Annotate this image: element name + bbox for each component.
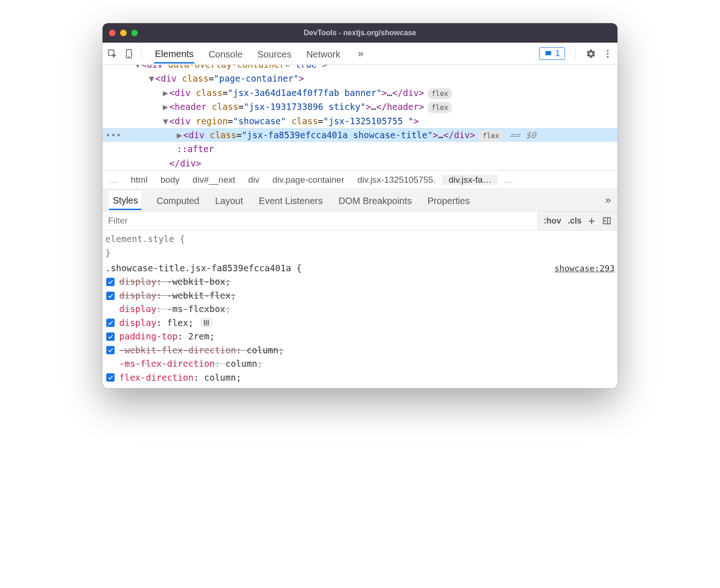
flexbox-editor-icon[interactable]: [201, 319, 212, 327]
property-toggle-checkbox[interactable]: [106, 319, 115, 327]
devtools-window: DevTools - nextjs.org/showcase Elements …: [103, 23, 617, 388]
property-toggle-checkbox[interactable]: [106, 346, 115, 354]
panel-tabs: Elements Console Sources Network »: [154, 44, 364, 64]
dom-breadcrumbs: … html body div#__next div div.page-cont…: [103, 170, 617, 189]
styles-filter-bar: :hov .cls +: [103, 211, 617, 230]
styles-panel-tabs: Styles Computed Layout Event Listeners D…: [103, 189, 617, 211]
tab-console[interactable]: Console: [207, 45, 243, 63]
rule-source-link[interactable]: showcase:293: [554, 262, 615, 275]
styles-pane[interactable]: element.style { } .showcase-title.jsx-fa…: [103, 230, 617, 388]
tab-elements[interactable]: Elements: [154, 44, 194, 64]
stab-styles[interactable]: Styles: [109, 191, 141, 210]
css-declaration[interactable]: display: -webkit-flex;: [119, 289, 236, 302]
flex-badge[interactable]: flex: [428, 88, 452, 99]
dom-line[interactable]: ▶<header class="jsx-1931733896 sticky">……: [103, 100, 617, 114]
property-toggle-checkbox[interactable]: [106, 332, 115, 341]
crumb-more-left[interactable]: …: [103, 175, 124, 185]
console-reference: == $0: [509, 130, 536, 140]
svg-point-5: [607, 56, 609, 58]
css-property-row[interactable]: display: -ms-flexbox;: [105, 302, 615, 316]
css-property-row[interactable]: display: flex;: [105, 316, 615, 330]
svg-rect-10: [208, 320, 209, 326]
dom-line[interactable]: ▼<div data-overlay-container="true">: [103, 65, 617, 71]
main-toolbar: Elements Console Sources Network » 1: [103, 43, 617, 65]
css-property-row[interactable]: display: -webkit-flex;: [105, 289, 615, 302]
ellipsis-icon[interactable]: •••: [105, 128, 121, 142]
css-property-row[interactable]: padding-top: 2rem;: [105, 330, 615, 343]
dom-line[interactable]: ::after: [103, 142, 617, 156]
flex-badge[interactable]: flex: [428, 102, 452, 113]
settings-gear-icon[interactable]: [586, 49, 596, 59]
stab-layout[interactable]: Layout: [214, 191, 244, 209]
dom-line[interactable]: ▼<div class="page-container">: [103, 71, 617, 85]
dom-line[interactable]: </div>: [103, 156, 617, 170]
titlebar: DevTools - nextjs.org/showcase: [103, 23, 617, 43]
flex-badge[interactable]: flex: [479, 130, 503, 141]
stab-properties[interactable]: Properties: [427, 191, 471, 209]
styles-filter-input[interactable]: [103, 211, 538, 230]
cls-toggle[interactable]: .cls: [568, 216, 582, 226]
css-property-row[interactable]: -webkit-flex-direction: column;: [105, 344, 615, 357]
stab-computed[interactable]: Computed: [155, 191, 200, 209]
tab-network[interactable]: Network: [305, 45, 341, 63]
element-style-header[interactable]: element.style {: [105, 232, 615, 246]
crumb[interactable]: html: [124, 175, 154, 185]
hov-toggle[interactable]: :hov: [544, 216, 561, 226]
dom-line[interactable]: ▶<div class="jsx-3a64d1ae4f0f7fab banner…: [103, 86, 617, 100]
css-declaration[interactable]: display: -ms-flexbox;: [119, 302, 231, 316]
crumb-selected[interactable]: div.jsx-fa…: [442, 175, 498, 185]
css-property-row[interactable]: -ms-flex-direction: column;: [105, 357, 615, 371]
dom-line-selected[interactable]: ••• ▶<div class="jsx-fa8539efcca401a sho…: [103, 128, 617, 142]
css-property-row[interactable]: flex-direction: column;: [105, 371, 615, 384]
dom-line[interactable]: ▼<div region="showcase" class="jsx-13251…: [103, 114, 617, 128]
crumb[interactable]: div: [242, 175, 266, 185]
new-style-rule-button[interactable]: +: [588, 214, 595, 228]
property-toggle-checkbox[interactable]: [106, 278, 115, 286]
kebab-menu-icon[interactable]: [603, 49, 613, 59]
css-declaration[interactable]: -webkit-flex-direction: column;: [119, 344, 284, 357]
crumb[interactable]: div.page-container: [266, 175, 351, 185]
crumb[interactable]: div.jsx-1325105755.: [351, 175, 442, 185]
inspect-element-icon[interactable]: [107, 49, 117, 59]
css-property-row[interactable]: display: -webkit-box;: [105, 275, 615, 288]
svg-rect-8: [204, 320, 206, 326]
css-declaration[interactable]: flex-direction: column;: [119, 371, 241, 384]
dom-tree[interactable]: ▼<div data-overlay-container="true"> ▼<d…: [103, 65, 617, 170]
stab-dom-breakpoints[interactable]: DOM Breakpoints: [338, 191, 413, 209]
window-title: DevTools - nextjs.org/showcase: [103, 29, 617, 37]
property-toggle-checkbox[interactable]: [106, 292, 115, 300]
svg-rect-9: [206, 320, 207, 326]
issues-count: 1: [555, 49, 560, 58]
rule-selector[interactable]: .showcase-title.jsx-fa8539efcca401a {: [105, 262, 302, 275]
element-style-close: }: [105, 246, 615, 260]
issues-button[interactable]: 1: [539, 47, 565, 60]
css-declaration[interactable]: -ms-flex-direction: column;: [119, 357, 263, 371]
css-declaration[interactable]: display: -webkit-box;: [119, 275, 231, 288]
crumb-more-right[interactable]: …: [498, 175, 520, 185]
stab-event-listeners[interactable]: Event Listeners: [258, 191, 324, 209]
tab-sources[interactable]: Sources: [257, 45, 292, 63]
css-declaration[interactable]: display: flex;: [119, 316, 193, 330]
crumb[interactable]: div#__next: [186, 175, 242, 185]
toggle-sidebar-icon[interactable]: [602, 216, 612, 226]
device-toolbar-icon[interactable]: [124, 49, 134, 59]
property-toggle-checkbox[interactable]: [106, 373, 115, 382]
more-stabs-icon[interactable]: »: [605, 194, 611, 206]
css-declaration[interactable]: padding-top: 2rem;: [119, 330, 215, 343]
svg-point-3: [607, 50, 609, 51]
svg-point-4: [607, 53, 609, 55]
crumb[interactable]: body: [154, 175, 186, 185]
more-tabs-icon[interactable]: »: [358, 48, 364, 60]
